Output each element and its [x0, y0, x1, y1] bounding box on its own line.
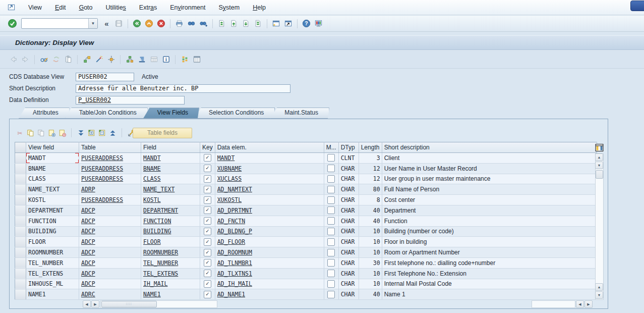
tab-table-join-conditions[interactable]: Table/Join Conditions [65, 108, 148, 119]
mod-checkbox[interactable] [327, 249, 335, 256]
menu-utilities[interactable]: Utilities [99, 4, 133, 11]
exit-icon[interactable] [144, 18, 154, 29]
cell-field[interactable]: TEL_EXTENS [141, 268, 200, 279]
cell-table[interactable]: ADCP [79, 279, 141, 289]
collapse-insert-icon[interactable] [97, 128, 107, 138]
last-page-icon[interactable] [253, 18, 263, 29]
cell-field[interactable]: IH_MAIL [141, 279, 200, 289]
info-icon[interactable]: i [161, 55, 171, 65]
new-session-icon[interactable] [271, 18, 281, 29]
cell-field[interactable]: TEL_NUMBER [141, 257, 200, 268]
scroll-left-icon[interactable]: ◀ [83, 300, 91, 308]
cell-view-field[interactable]: ROOMNUMBER [26, 247, 79, 258]
scroll-down-icon[interactable]: ▼ [595, 162, 603, 169]
cell-view-field[interactable]: BNAME [26, 163, 79, 174]
scroll-up-icon[interactable]: ▲ [595, 153, 603, 161]
row-selector[interactable] [15, 289, 26, 300]
first-page-icon[interactable] [216, 18, 227, 29]
cell-data-element[interactable]: XUKOSTL [215, 195, 324, 205]
find-next-icon[interactable] [198, 18, 209, 29]
row-selector[interactable] [15, 247, 26, 258]
window-control-button[interactable] [630, 1, 644, 11]
collapse-icon[interactable]: « [101, 18, 112, 29]
activate-icon[interactable] [94, 55, 104, 65]
horizontal-scroll-thumb[interactable]: ∷∷ [101, 301, 157, 307]
cell-data-element[interactable]: AD_NAMTEXT [215, 184, 324, 195]
create-shortcut-icon[interactable] [283, 18, 294, 29]
cell-view-field[interactable]: FUNCTION [26, 216, 79, 226]
help-icon[interactable]: ? [301, 18, 312, 29]
command-input[interactable] [22, 19, 88, 28]
cell-field[interactable]: KOSTL [141, 195, 200, 205]
customize-layout-icon[interactable] [313, 18, 324, 29]
cell-view-field[interactable]: CLASS [26, 174, 79, 184]
cell-table[interactable]: ADCP [79, 247, 141, 258]
cell-view-field[interactable]: MANDT [26, 153, 79, 164]
mod-checkbox[interactable] [327, 259, 335, 267]
cell-field[interactable]: FUNCTION [141, 216, 200, 226]
mod-checkbox[interactable] [327, 154, 335, 162]
menu-help[interactable]: Help [246, 4, 272, 11]
row-selector[interactable] [15, 237, 26, 247]
scroll-down-bottom-icon[interactable]: ▼ [595, 291, 603, 299]
cell-table[interactable]: PUSERADDRESS [79, 163, 141, 174]
scroll-to-top-icon[interactable] [107, 128, 118, 138]
menu-extras[interactable]: Extras [133, 4, 163, 11]
cell-field[interactable]: ROOMNUMBER [141, 247, 200, 258]
cds-database-view-field[interactable]: PUSER002 [76, 73, 134, 81]
transport-icon[interactable] [106, 55, 116, 65]
cell-table[interactable]: ADCP [79, 216, 141, 226]
cell-view-field[interactable]: TEL_EXTENS [26, 268, 79, 279]
row-selector[interactable] [15, 184, 26, 195]
row-selector[interactable] [15, 268, 26, 279]
horizontal-scrollbar-right[interactable] [532, 300, 575, 308]
row-selector[interactable] [15, 195, 26, 205]
cell-view-field[interactable]: FLOOR [26, 237, 79, 247]
cell-field[interactable]: BNAME [141, 163, 200, 174]
page-up-icon[interactable] [228, 18, 239, 29]
key-checkbox[interactable] [204, 196, 211, 204]
tabular-display-icon[interactable] [149, 55, 159, 65]
copy-clipboard-icon[interactable] [63, 55, 73, 65]
cell-data-element[interactable]: AD_NAME1 [215, 289, 324, 300]
tab-maint-status[interactable]: Maint.Status [270, 108, 329, 119]
row-selector[interactable] [15, 174, 26, 184]
copy-row-icon[interactable] [25, 128, 35, 138]
cell-view-field[interactable]: KOSTL [26, 195, 79, 205]
key-checkbox[interactable] [204, 217, 211, 225]
cell-table[interactable]: PUSERADDRESS [79, 174, 141, 184]
paste-row-icon[interactable] [36, 128, 46, 138]
cell-field[interactable]: DEPARTMENT [141, 205, 200, 216]
cut-icon[interactable]: ✂ [15, 128, 25, 138]
cell-table[interactable]: PUSERADDRESS [79, 153, 141, 164]
cell-view-field[interactable]: TEL_NUMBER [26, 257, 79, 268]
cell-data-element[interactable]: AD_DPRTMNT [215, 205, 324, 216]
cell-data-element[interactable]: XUCLASS [215, 174, 324, 184]
key-checkbox[interactable] [204, 249, 211, 256]
nav-forward-icon[interactable] [20, 55, 30, 65]
print-icon[interactable] [174, 18, 185, 29]
cell-table[interactable]: ADCP [79, 226, 141, 237]
mod-checkbox[interactable] [327, 280, 335, 288]
cell-view-field[interactable]: DEPARTMENT [26, 205, 79, 216]
mod-checkbox[interactable] [327, 165, 335, 172]
scroll-left-right-pane-icon[interactable]: ◀ [576, 300, 584, 308]
cell-view-field[interactable]: BUILDING [26, 226, 79, 237]
cell-field[interactable]: CLASS [141, 174, 200, 184]
cell-table[interactable]: ADRC [79, 289, 141, 300]
enter-icon[interactable] [7, 18, 18, 29]
tab-selection-conditions[interactable]: Selection Conditions [195, 108, 275, 119]
refresh-icon[interactable] [51, 55, 61, 65]
mod-checkbox[interactable] [327, 238, 335, 246]
back-icon[interactable] [132, 18, 142, 29]
indexes-icon[interactable] [180, 55, 190, 65]
cell-table[interactable]: ADRP [79, 184, 141, 195]
cell-data-element[interactable]: AD_IH_MAIL [215, 279, 324, 289]
key-checkbox[interactable] [204, 228, 211, 235]
mod-checkbox[interactable] [327, 175, 335, 183]
display-change-icon[interactable] [39, 55, 49, 65]
table-contents-icon[interactable] [192, 55, 202, 65]
key-checkbox[interactable] [204, 206, 211, 214]
cell-data-element[interactable]: AD_BLDNG_P [215, 226, 324, 237]
cell-data-element[interactable]: XUBNAME [215, 163, 324, 174]
